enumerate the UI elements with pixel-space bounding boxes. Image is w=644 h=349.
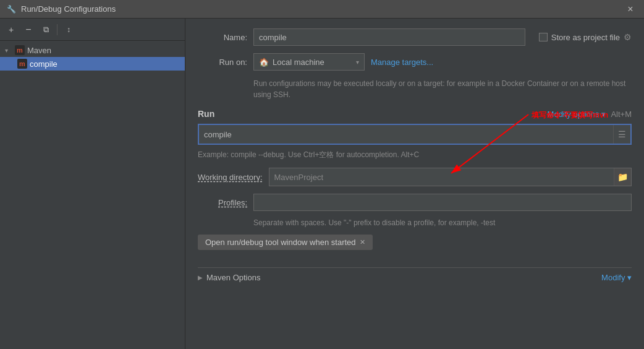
working-dir-label: Working directory:	[198, 173, 263, 182]
manage-targets-link[interactable]: Manage targets...	[371, 58, 433, 67]
name-input[interactable]	[253, 28, 525, 46]
run-input-wrapper: ☰	[198, 124, 632, 145]
home-icon: 🏠	[259, 58, 269, 67]
content-area: Name: Store as project file ⚙ Run on: 🏠 …	[185, 19, 644, 349]
info-text: Run configurations may be executed local…	[253, 78, 632, 100]
example-text: Example: compile --debug. Use Ctrl+空格 fo…	[198, 150, 632, 160]
maven-options-label: Maven Options	[206, 273, 260, 282]
sidebar-item-maven[interactable]: ▾ m Maven	[0, 43, 185, 57]
sidebar-item-compile[interactable]: m compile	[0, 57, 185, 71]
maven-group-label: Maven	[27, 46, 51, 55]
gear-icon[interactable]: ⚙	[624, 32, 632, 42]
add-config-button[interactable]: +	[4, 22, 19, 37]
run-section-title: Run	[198, 109, 214, 119]
run-command-input[interactable]	[199, 125, 613, 144]
title-bar: 🔧 Run/Debug Configurations ×	[0, 0, 644, 19]
separate-text: Separate with spaces. Use "-" prefix to …	[253, 218, 632, 227]
profiles-input[interactable]	[253, 194, 632, 211]
browse-dir-button[interactable]: 📁	[614, 168, 631, 186]
profiles-row: Profiles:	[198, 194, 632, 211]
maven-modify-link[interactable]: Modify ▾	[601, 273, 632, 282]
modify-options-arrow-icon: ▾	[601, 110, 606, 119]
expand-icon: ▾	[5, 47, 12, 54]
store-project-row: Store as project file ⚙	[539, 32, 632, 42]
working-dir-input[interactable]	[269, 168, 614, 186]
run-debug-icon: 🔧	[6, 4, 16, 14]
close-button[interactable]: ×	[623, 2, 638, 17]
maven-icon: m	[15, 45, 25, 55]
run-on-label: Run on:	[198, 58, 247, 67]
copy-config-button[interactable]: ⧉	[38, 22, 53, 37]
name-row: Name: Store as project file ⚙	[198, 28, 632, 46]
sidebar-tree: ▾ m Maven m compile	[0, 41, 185, 349]
store-project-checkbox[interactable]	[539, 33, 548, 41]
sidebar-toolbar: + − ⧉ ↕	[0, 19, 185, 41]
main-layout: + − ⧉ ↕ ▾ m Maven m compile	[0, 19, 644, 349]
form-area: Name: Store as project file ⚙ Run on: 🏠 …	[185, 19, 644, 349]
dropdown-arrow-icon: ▾	[356, 59, 359, 66]
remove-config-button[interactable]: −	[21, 22, 36, 37]
modify-options-button[interactable]: Modify options ▾	[548, 110, 606, 119]
toolbar-divider	[57, 24, 57, 35]
title-text: Run/Debug Configurations	[21, 4, 116, 14]
open-window-tag-area: Open run/debug tool window when started …	[198, 235, 632, 259]
maven-options-section: ▶ Maven Options Modify ▾	[198, 267, 632, 287]
run-input-browse-icon[interactable]: ☰	[613, 125, 630, 144]
title-bar-left: 🔧 Run/Debug Configurations	[6, 4, 116, 14]
maven-options-left[interactable]: ▶ Maven Options	[198, 273, 260, 282]
shortcut-hint: Alt+M	[611, 110, 632, 119]
sort-button[interactable]: ↕	[61, 22, 76, 37]
profiles-label: Profiles:	[198, 198, 247, 207]
sidebar: + − ⧉ ↕ ▾ m Maven m compile	[0, 19, 185, 349]
tag-close-icon[interactable]: ✕	[360, 238, 365, 246]
run-on-row: Run on: 🏠 Local machine ▾ Manage targets…	[198, 53, 632, 71]
maven-child-icon: m	[17, 59, 27, 69]
name-label: Name:	[198, 33, 247, 42]
working-dir-row: Working directory: 📁	[198, 168, 632, 186]
run-section-header: Run Modify options ▾ Alt+M	[198, 109, 632, 119]
run-on-dropdown[interactable]: 🏠 Local machine ▾	[253, 53, 365, 71]
store-project-label: Store as project file	[551, 33, 620, 42]
compile-label: compile	[30, 59, 57, 69]
working-dir-input-wrapper: 📁	[269, 168, 632, 186]
local-machine-label: Local machine	[273, 58, 352, 67]
modify-options-area: Modify options ▾ Alt+M	[548, 110, 632, 119]
open-window-tag-button[interactable]: Open run/debug tool window when started …	[198, 235, 373, 250]
maven-expand-icon: ▶	[198, 274, 203, 281]
